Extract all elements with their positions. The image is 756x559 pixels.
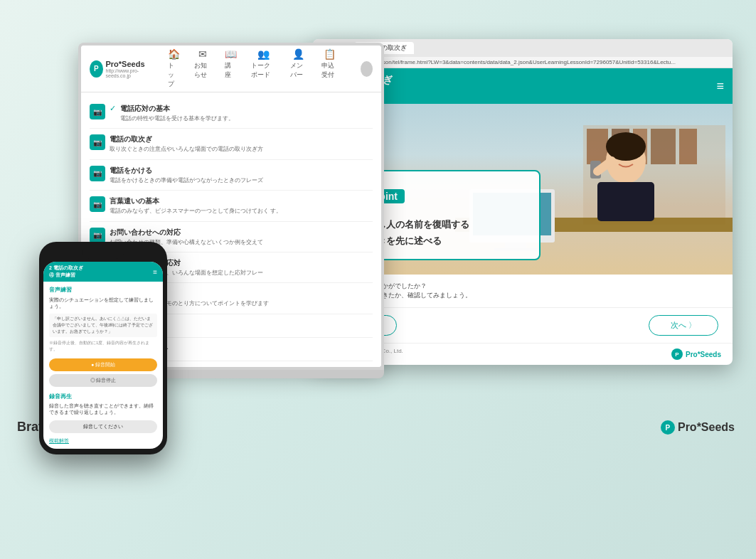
nav-courses[interactable]: 📖 講座 — [225, 48, 237, 89]
model-answer-link[interactable]: 模範解答 — [49, 437, 157, 444]
list-item[interactable]: 📷 ✓ 電話応対の基本 電話の特性や電話を受ける基本を学びます。 — [90, 98, 373, 129]
lesson-title: 電話の取次ぎ — [110, 134, 263, 144]
svg-rect-9 — [597, 182, 654, 221]
phone-screen: 2 電話の取次ぎ ④ 音声練習 ≡ 音声練習 実際のシチュエーションを想定して練… — [43, 262, 163, 449]
lesson-desc: 電話をかけるときの準備や電話がつながったときのフレーズ — [110, 177, 263, 184]
logo-circle-icon: P — [671, 348, 683, 360]
lesson-title: 言葉遣いの基本 — [110, 196, 282, 206]
lms-logo: P Pro*Seeds http://www.pro-seeds.co.jp — [90, 60, 151, 78]
lms-navigation: P Pro*Seeds http://www.pro-seeds.co.jp 🏠… — [81, 46, 381, 92]
record-stop-button[interactable]: ◎ 録音停止 — [49, 374, 157, 387]
list-item[interactable]: 📷 電話をかける 電話をかけるときの準備や電話がつながったときのフレーズ — [90, 160, 373, 191]
phone-content: 音声練習 実際のシチュエーションを想定して練習しましょう。 「申し訳ございません… — [43, 282, 163, 449]
logo-name: Pro*Seeds — [106, 60, 151, 68]
phone-notch — [82, 247, 124, 259]
phone-header: 2 電話の取次ぎ ④ 音声練習 ≡ — [43, 262, 163, 282]
lesson-desc: 取り次ぐときの注意点やいろんな場面での電話の取り次ぎ方 — [110, 146, 263, 153]
lesson-desc: 電話のみならず、ビジネスマナーの一つとして身につけておく す。 — [110, 208, 282, 215]
lesson-icon: 📷 — [90, 196, 105, 212]
lesson-title: 電話をかける — [110, 166, 263, 176]
lesson-icon: 📷 — [90, 134, 105, 150]
record-start-button[interactable]: ● 録音開始 — [49, 358, 157, 371]
phone-body-text: 実際のシチュエーションを想定して練習しましょう。 — [49, 297, 157, 309]
lesson-icon: 📷 — [90, 104, 105, 119]
phone-quote-text: 「申し訳ございません。あいにく△△は、ただいま会議中でございまして、午後2時には… — [49, 314, 157, 337]
home-icon: 🏠 — [168, 48, 180, 60]
clipboard-icon: 📋 — [324, 48, 336, 60]
phone-frame: 2 電話の取次ぎ ④ 音声練習 ≡ 音声練習 実際のシチュエーションを想定して練… — [39, 242, 167, 454]
phone-replay-title: 録音再生 — [49, 393, 157, 400]
popup-logo: Pro*Seeds — [686, 351, 721, 358]
nav-members[interactable]: 👤 メンバー — [290, 48, 307, 89]
user-avatar[interactable] — [361, 61, 373, 77]
svg-rect-1 — [587, 129, 608, 164]
check-icon: ✓ — [110, 104, 116, 113]
lesson-icon: 📷 — [90, 228, 105, 243]
hamburger-menu-icon[interactable]: ≡ — [716, 79, 724, 94]
phone-section: ④ 音声練習 — [49, 272, 83, 279]
mail-icon: ✉ — [198, 48, 207, 60]
phone-menu-icon[interactable]: ≡ — [153, 268, 157, 276]
svg-rect-4 — [651, 129, 676, 164]
nav-apply[interactable]: 📋 申込受付 — [321, 48, 338, 89]
lesson-title: お問い合わせへの対応 — [110, 228, 263, 238]
replay-button[interactable]: 録音してください — [49, 420, 157, 433]
chat-icon: 👥 — [257, 48, 270, 60]
svg-point-8 — [606, 132, 646, 161]
brand-label-proseeds: P Pro*Seeds — [661, 420, 735, 435]
book-icon: 📖 — [225, 48, 237, 60]
phone-replay-text: 録音した音声を聴き直すことができます。納得できるまで繰り返しましょう。 — [49, 403, 157, 416]
logo-icon: P — [90, 60, 103, 78]
proseeds-logo-icon: P — [661, 420, 675, 435]
nav-top[interactable]: 🏠 トップ — [168, 48, 180, 89]
person-icon: 👤 — [292, 48, 304, 60]
nav-talkboard[interactable]: 👥 トークボード — [251, 48, 276, 89]
nav-items: 🏠 トップ ✉ お知らせ 📖 講座 👥 トークボード — [168, 48, 338, 89]
lesson-desc: 電話の特性や電話を受ける基本を学びます。 — [120, 115, 234, 122]
svg-rect-5 — [679, 129, 697, 164]
nav-news[interactable]: ✉ お知らせ — [194, 48, 211, 89]
list-item[interactable]: 📷 言葉遣いの基本 電話のみならず、ビジネスマナーの一つとして身につけておく す… — [90, 191, 373, 221]
lesson-title: 電話応対の基本 — [120, 104, 234, 114]
phone-note: ※録音停止後、自動的に1度、録音内容が再生されます。 — [49, 340, 157, 353]
next-button[interactable]: 次へ 〉 — [649, 315, 718, 336]
logo-url: http://www.pro-seeds.co.jp — [106, 68, 151, 78]
phone-lesson-num: 2 電話の取次ぎ — [49, 265, 83, 272]
lesson-icon: 📷 — [90, 166, 105, 181]
mobile-phone: 2 電話の取次ぎ ④ 音声練習 ≡ 音声練習 実際のシチュエーションを想定して練… — [39, 242, 167, 454]
list-item[interactable]: 📷 電話の取次ぎ 取り次ぐときの注意点やいろんな場面での電話の取り次ぎ方 — [90, 129, 373, 159]
phone-section-title: 音声練習 — [49, 286, 157, 294]
